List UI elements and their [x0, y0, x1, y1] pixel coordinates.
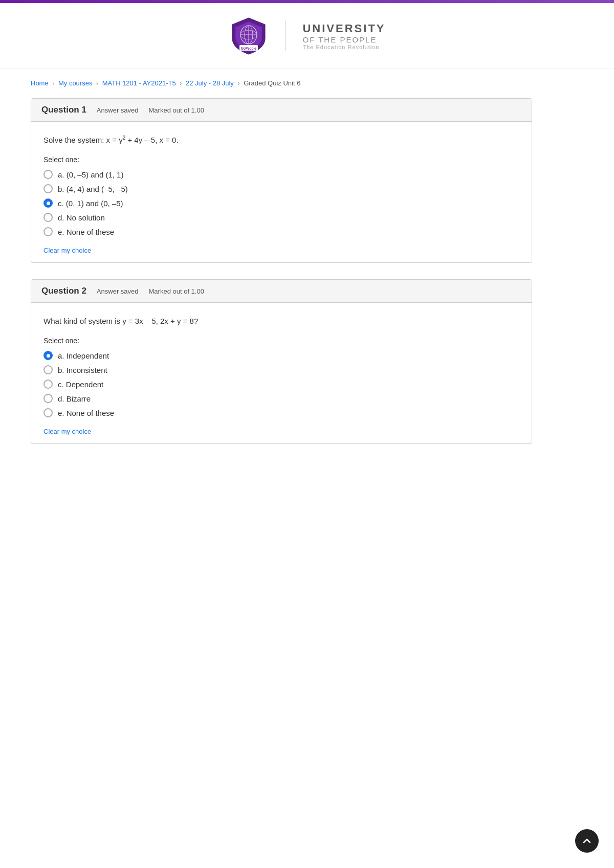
- question-2-body: What kind of system is y = 3x – 5, 2x + …: [31, 303, 532, 443]
- q2-option-c[interactable]: c. Dependent: [43, 380, 519, 389]
- q2-label-c: c. Dependent: [58, 380, 103, 389]
- question-2-marked: Marked out of 1.00: [149, 287, 204, 295]
- question-1-card: Question 1 Answer saved Marked out of 1.…: [31, 98, 532, 263]
- logo-area: UoPeople UNIVERSITY OF THE PEOPLE The Ed…: [228, 15, 385, 56]
- q1-radio-b[interactable]: [43, 184, 53, 193]
- q1-option-b[interactable]: b. (4, 4) and (–5, –5): [43, 184, 519, 193]
- q2-radio-e[interactable]: [43, 408, 53, 417]
- q2-radio-b[interactable]: [43, 365, 53, 374]
- q1-label-a: a. (0, –5) and (1, 1): [58, 170, 123, 179]
- question-1-header: Question 1 Answer saved Marked out of 1.…: [31, 99, 532, 122]
- q2-label-b: b. Inconsistent: [58, 366, 107, 374]
- logo-divider: [286, 20, 286, 51]
- svg-text:UoPeople: UoPeople: [241, 47, 256, 51]
- q2-radio-c[interactable]: [43, 380, 53, 389]
- q2-option-d[interactable]: d. Bizarre: [43, 394, 519, 403]
- university-text: UNIVERSITY OF THE PEOPLE The Education R…: [302, 22, 385, 50]
- q2-radio-d[interactable]: [43, 394, 53, 403]
- header: UoPeople UNIVERSITY OF THE PEOPLE The Ed…: [0, 3, 614, 69]
- q1-label-d: d. No solution: [58, 213, 105, 222]
- breadcrumb-home[interactable]: Home: [31, 79, 49, 87]
- main-content: Question 1 Answer saved Marked out of 1.…: [0, 93, 563, 491]
- q1-radio-a[interactable]: [43, 170, 53, 179]
- question-2-select-label: Select one:: [43, 337, 519, 345]
- breadcrumb-sep-1: ›: [52, 80, 54, 87]
- q2-option-e[interactable]: e. None of these: [43, 408, 519, 417]
- question-2-header: Question 2 Answer saved Marked out of 1.…: [31, 280, 532, 303]
- q2-radio-a[interactable]: [43, 351, 53, 360]
- question-1-body: Solve the system: x = y2 + 4y – 5, x = 0…: [31, 122, 532, 262]
- university-sub: OF THE PEOPLE: [302, 35, 385, 44]
- question-1-options: a. (0, –5) and (1, 1) b. (4, 4) and (–5,…: [43, 170, 519, 236]
- question-1-select-label: Select one:: [43, 155, 519, 164]
- breadcrumb-sep-3: ›: [180, 80, 182, 87]
- q1-radio-d[interactable]: [43, 213, 53, 222]
- university-tagline: The Education Revolution: [302, 44, 385, 50]
- question-1-text: Solve the system: x = y2 + 4y – 5, x = 0…: [43, 134, 519, 146]
- q1-option-e[interactable]: e. None of these: [43, 227, 519, 236]
- q2-label-a: a. Independent: [58, 351, 109, 360]
- question-2-status: Answer saved: [97, 287, 139, 295]
- q2-option-a[interactable]: a. Independent: [43, 351, 519, 360]
- breadcrumb-course[interactable]: MATH 1201 - AY2021-T5: [102, 79, 176, 87]
- question-2-text: What kind of system is y = 3x – 5, 2x + …: [43, 315, 519, 327]
- uopeople-logo: UoPeople: [228, 15, 269, 56]
- question-2-options: a. Independent b. Inconsistent c. Depend…: [43, 351, 519, 417]
- question-2-card: Question 2 Answer saved Marked out of 1.…: [31, 279, 532, 444]
- q1-radio-e[interactable]: [43, 227, 53, 236]
- breadcrumb: Home › My courses › MATH 1201 - AY2021-T…: [0, 69, 614, 93]
- question-1-status: Answer saved: [97, 106, 139, 114]
- q2-option-b[interactable]: b. Inconsistent: [43, 365, 519, 374]
- breadcrumb-mycourses[interactable]: My courses: [58, 79, 92, 87]
- breadcrumb-sep-2: ›: [96, 80, 98, 87]
- q1-radio-c[interactable]: [43, 198, 53, 208]
- breadcrumb-current: Graded Quiz Unit 6: [244, 79, 300, 87]
- q1-option-d[interactable]: d. No solution: [43, 213, 519, 222]
- q2-label-e: e. None of these: [58, 409, 114, 417]
- q2-clear-choice[interactable]: Clear my choice: [43, 428, 91, 435]
- q1-label-e: e. None of these: [58, 228, 114, 236]
- university-name: UNIVERSITY: [302, 22, 385, 35]
- q2-label-d: d. Bizarre: [58, 394, 91, 403]
- q1-label-c: c. (0, 1) and (0, –5): [58, 199, 123, 208]
- q1-option-a[interactable]: a. (0, –5) and (1, 1): [43, 170, 519, 179]
- q1-label-b: b. (4, 4) and (–5, –5): [58, 185, 128, 193]
- breadcrumb-sep-4: ›: [238, 80, 240, 87]
- q1-clear-choice[interactable]: Clear my choice: [43, 247, 91, 254]
- q1-option-c[interactable]: c. (0, 1) and (0, –5): [43, 198, 519, 208]
- question-1-marked: Marked out of 1.00: [149, 106, 204, 114]
- question-1-title: Question 1: [41, 105, 86, 115]
- breadcrumb-week[interactable]: 22 July - 28 July: [186, 79, 234, 87]
- question-2-title: Question 2: [41, 286, 86, 296]
